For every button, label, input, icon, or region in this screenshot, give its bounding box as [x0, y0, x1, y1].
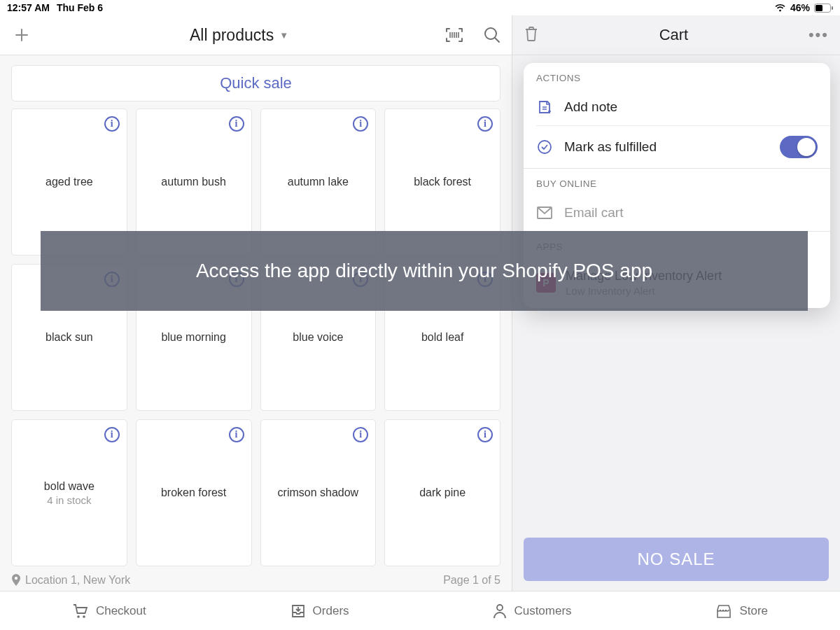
cart-title: Cart	[539, 26, 808, 44]
info-icon[interactable]: i	[104, 427, 120, 442]
buy-online-label: BUY ONLINE	[524, 169, 830, 195]
trash-icon[interactable]	[524, 25, 539, 45]
barcode-icon[interactable]	[444, 25, 464, 45]
no-sale-button[interactable]: NO SALE	[524, 538, 829, 581]
product-name: blue voice	[293, 330, 343, 344]
product-name: blue morning	[161, 330, 226, 344]
product-name: autumn lake	[288, 175, 349, 188]
products-footer: Location 1, New York Page 1 of 5	[0, 567, 512, 591]
product-card[interactable]: icrimson shadow	[260, 419, 377, 566]
info-icon[interactable]: i	[477, 427, 493, 442]
category-title: All products	[190, 26, 274, 45]
svg-point-8	[497, 605, 503, 610]
search-icon[interactable]	[482, 25, 502, 45]
svg-point-7	[83, 615, 85, 618]
product-stock: 4 in stock	[47, 494, 91, 506]
product-grid: iaged treeiautumn bushiautumn lakeiblack…	[0, 108, 512, 566]
wifi-icon	[774, 4, 786, 13]
battery-percent: 46%	[790, 2, 810, 13]
mark-fulfilled-row[interactable]: Mark as fulfilled	[524, 126, 830, 168]
svg-rect-2	[832, 6, 833, 10]
svg-point-6	[77, 615, 80, 618]
person-icon	[493, 603, 507, 619]
fulfilled-toggle[interactable]	[780, 136, 818, 158]
cart-icon	[72, 603, 89, 619]
pin-icon	[11, 574, 21, 587]
product-name: black sun	[46, 330, 93, 344]
product-name: autumn bush	[161, 175, 226, 188]
product-name: bold leaf	[421, 330, 464, 344]
nav-store[interactable]: Store	[715, 603, 768, 619]
product-name: bold wave	[44, 479, 94, 493]
nav-orders[interactable]: Orders	[290, 603, 349, 619]
battery-icon	[814, 4, 833, 13]
status-time: 12:57 AM	[7, 2, 50, 13]
add-note-row[interactable]: Add note	[524, 89, 830, 125]
add-button[interactable]	[10, 23, 34, 47]
promo-banner: Access the app directly within your Shop…	[41, 231, 808, 311]
bottom-nav: Checkout Orders Customers Store	[0, 591, 840, 630]
product-name: black forest	[414, 175, 471, 188]
category-dropdown[interactable]: All products ▼	[34, 26, 444, 45]
product-name: aged tree	[46, 175, 93, 188]
store-icon	[715, 603, 732, 619]
svg-point-4	[538, 141, 551, 153]
nav-customers[interactable]: Customers	[493, 603, 571, 619]
quick-sale-button[interactable]: Quick sale	[11, 65, 500, 102]
check-circle-icon	[536, 139, 553, 155]
page-indicator: Page 1 of 5	[443, 574, 500, 587]
product-name: crimson shadow	[278, 486, 359, 499]
product-card[interactable]: idark pine	[384, 419, 500, 566]
status-date: Thu Feb 6	[57, 2, 103, 13]
product-name: broken forest	[161, 486, 226, 499]
note-icon	[536, 99, 553, 115]
products-header: All products ▼	[0, 15, 512, 55]
inbox-icon	[290, 603, 306, 619]
info-icon[interactable]: i	[353, 116, 368, 132]
product-card[interactable]: ibold wave4 in stock	[11, 419, 127, 566]
location-text: Location 1, New York	[25, 574, 130, 587]
location-indicator[interactable]: Location 1, New York	[11, 574, 130, 587]
mail-icon	[536, 204, 553, 221]
info-icon[interactable]: i	[229, 427, 244, 442]
svg-rect-1	[816, 5, 822, 11]
email-cart-row[interactable]: Email cart	[524, 195, 830, 231]
info-icon[interactable]: i	[229, 116, 244, 132]
info-icon[interactable]: i	[477, 116, 493, 132]
actions-label: ACTIONS	[524, 63, 830, 89]
status-bar: 12:57 AM Thu Feb 6 46%	[0, 0, 840, 15]
product-name: dark pine	[419, 486, 465, 499]
info-icon[interactable]: i	[353, 427, 368, 442]
cart-header: Cart •••	[512, 15, 840, 55]
nav-checkout[interactable]: Checkout	[72, 603, 146, 619]
product-card[interactable]: ibroken forest	[136, 419, 252, 566]
more-icon[interactable]: •••	[808, 26, 829, 44]
info-icon[interactable]: i	[104, 116, 120, 132]
caret-down-icon: ▼	[279, 30, 288, 41]
